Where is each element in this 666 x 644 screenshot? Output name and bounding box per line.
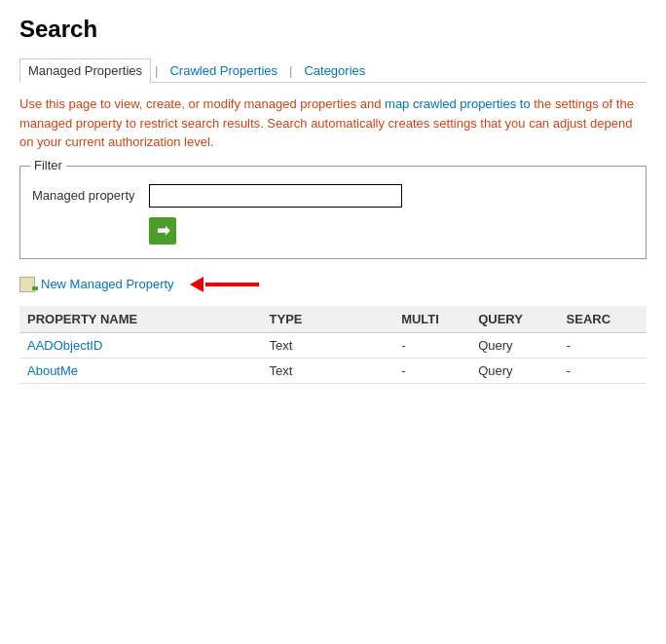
red-arrow-line (205, 283, 259, 286)
cell-multi: - (393, 332, 470, 358)
managed-property-label: Managed property (32, 188, 149, 203)
properties-table: PROPERTY NAME TYPE MULTI QUERY SEARC AAD… (19, 306, 647, 384)
cell-property-name[interactable]: AADObjectID (19, 332, 262, 358)
red-arrow-indicator (190, 277, 259, 292)
cell-multi: - (393, 358, 470, 383)
page-title: Search (19, 16, 647, 43)
tab-managed-properties[interactable]: Managed Properties (19, 58, 151, 83)
cell-property-name[interactable]: AboutMe (19, 358, 262, 383)
cell-query: Query (470, 332, 558, 358)
tab-categories[interactable]: Categories (296, 59, 373, 82)
col-header-search: SEARC (559, 306, 647, 333)
description-text: Use this page to view, create, or modify… (19, 95, 647, 152)
cell-query: Query (470, 358, 558, 383)
go-arrow-icon: ➡ (157, 221, 169, 240)
new-property-row: New Managed Property (19, 277, 647, 292)
cell-type: Text (262, 358, 394, 383)
filter-legend: Filter (30, 158, 66, 172)
new-document-icon (19, 277, 35, 292)
red-arrow-head (190, 277, 204, 292)
col-header-type: TYPE (262, 306, 394, 333)
cell-search: - (559, 358, 647, 383)
property-link[interactable]: AADObjectID (27, 338, 102, 353)
col-header-property-name: PROPERTY NAME (19, 306, 262, 333)
cell-search: - (559, 332, 647, 358)
table-row: AboutMe Text - Query - (19, 358, 647, 383)
table-row: AADObjectID Text - Query - (19, 332, 647, 358)
tabs-bar: Managed Properties | Crawled Properties … (19, 58, 647, 83)
cell-type: Text (262, 332, 394, 358)
tab-crawled-properties[interactable]: Crawled Properties (162, 59, 285, 82)
filter-go-button[interactable]: ➡ (149, 217, 176, 245)
property-link[interactable]: AboutMe (27, 363, 78, 378)
managed-property-input[interactable] (149, 184, 402, 208)
new-managed-property-link[interactable]: New Managed Property (41, 277, 174, 291)
filter-section: Filter Managed property ➡ (19, 166, 647, 259)
tab-separator-2: | (289, 63, 292, 78)
col-header-multi: MULTI (393, 306, 470, 333)
col-header-query: QUERY (470, 306, 558, 333)
tab-separator-1: | (155, 63, 158, 78)
